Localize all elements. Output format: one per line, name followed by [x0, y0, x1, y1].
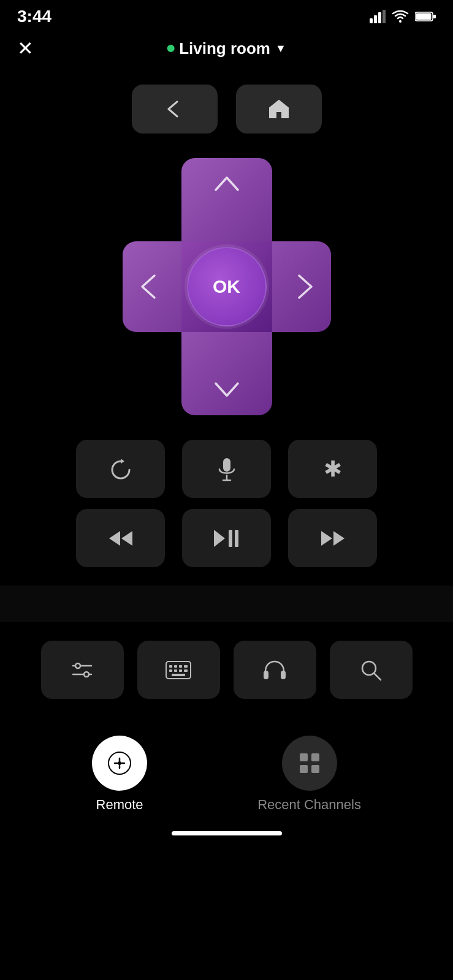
- bottom-section: Remote Recent Channels: [0, 622, 453, 854]
- svg-line-35: [374, 673, 381, 680]
- recent-channels-tab-icon-wrap: [282, 736, 337, 791]
- media-controls: ✱: [0, 434, 453, 586]
- svg-rect-14: [229, 530, 232, 547]
- settings-icon: [70, 660, 94, 680]
- mic-icon: [217, 457, 237, 481]
- search-button[interactable]: [330, 641, 413, 699]
- close-button[interactable]: ✕: [17, 37, 34, 60]
- settings-button[interactable]: [41, 641, 124, 699]
- svg-rect-27: [169, 669, 172, 672]
- svg-rect-42: [300, 753, 308, 761]
- svg-marker-12: [121, 531, 132, 546]
- svg-rect-24: [174, 665, 177, 668]
- svg-marker-13: [214, 530, 225, 547]
- svg-rect-28: [174, 669, 177, 672]
- down-arrow-icon: [213, 381, 240, 398]
- svg-marker-16: [321, 531, 332, 546]
- svg-rect-0: [370, 18, 373, 23]
- status-bar: 3:44: [0, 0, 453, 31]
- nav-buttons: [0, 72, 453, 152]
- utility-buttons: [0, 641, 453, 723]
- dpad: OK: [123, 158, 331, 415]
- svg-point-21: [84, 672, 89, 677]
- tab-recent-channels[interactable]: Recent Channels: [257, 736, 361, 813]
- device-selector[interactable]: Living room ▼: [167, 39, 286, 58]
- keyboard-button[interactable]: [137, 641, 220, 699]
- device-status-dot: [167, 45, 174, 52]
- keyboard-icon: [166, 661, 191, 679]
- replay-button[interactable]: [76, 440, 165, 498]
- home-indicator: [172, 831, 282, 835]
- dpad-container: OK: [0, 152, 453, 434]
- header: ✕ Living room ▼: [0, 31, 453, 72]
- grid-icon: [296, 750, 323, 777]
- search-icon: [360, 659, 382, 681]
- svg-rect-30: [184, 669, 188, 672]
- svg-rect-3: [383, 10, 386, 23]
- remote-tab-label: Remote: [96, 797, 143, 813]
- svg-rect-45: [311, 765, 319, 773]
- svg-rect-31: [172, 674, 185, 676]
- asterisk-button[interactable]: ✱: [288, 440, 377, 498]
- svg-rect-33: [281, 671, 286, 679]
- svg-rect-15: [235, 530, 238, 547]
- svg-rect-7: [433, 15, 436, 18]
- right-arrow-icon: [297, 273, 314, 300]
- chevron-down-icon: ▼: [275, 42, 286, 55]
- home-button[interactable]: [236, 85, 322, 134]
- svg-rect-26: [184, 665, 188, 668]
- status-time: 3:44: [17, 7, 51, 26]
- svg-rect-23: [169, 665, 172, 668]
- media-row-2: [76, 509, 377, 567]
- headphones-button[interactable]: [234, 641, 316, 699]
- fast-forward-button[interactable]: [288, 509, 377, 567]
- wifi-icon: [392, 10, 409, 23]
- svg-point-4: [399, 20, 402, 23]
- svg-rect-2: [378, 12, 381, 23]
- mic-button[interactable]: [182, 440, 271, 498]
- svg-rect-25: [179, 665, 182, 668]
- play-pause-icon: [213, 529, 241, 548]
- up-arrow-icon: [213, 175, 240, 192]
- svg-rect-1: [374, 15, 377, 23]
- svg-rect-29: [179, 669, 182, 672]
- rewind-icon: [108, 529, 134, 548]
- gamepad-icon: [106, 750, 133, 777]
- back-button[interactable]: [132, 85, 218, 134]
- left-arrow-icon: [140, 273, 157, 300]
- tab-bar: Remote Recent Channels: [0, 723, 453, 819]
- svg-marker-11: [109, 531, 120, 546]
- divider-section: [0, 586, 453, 622]
- asterisk-icon: ✱: [324, 456, 342, 482]
- battery-icon: [415, 11, 436, 22]
- play-pause-button[interactable]: [182, 509, 271, 567]
- svg-point-41: [118, 761, 121, 765]
- signal-icon: [370, 10, 386, 23]
- replay-icon: [109, 458, 132, 481]
- back-arrow-icon: [164, 100, 186, 118]
- headphones-icon: [263, 659, 286, 681]
- ok-button[interactable]: OK: [187, 247, 267, 326]
- svg-marker-17: [333, 531, 345, 546]
- svg-rect-8: [223, 458, 230, 472]
- svg-rect-6: [416, 13, 432, 20]
- tab-remote[interactable]: Remote: [92, 736, 147, 813]
- remote-tab-icon-wrap: [92, 736, 147, 791]
- rewind-button[interactable]: [76, 509, 165, 567]
- media-row-1: ✱: [76, 440, 377, 498]
- svg-point-19: [75, 663, 80, 668]
- svg-rect-44: [300, 765, 308, 773]
- device-name: Living room: [179, 39, 270, 58]
- recent-channels-tab-label: Recent Channels: [257, 797, 361, 813]
- fast-forward-icon: [320, 529, 346, 548]
- svg-rect-43: [311, 753, 319, 761]
- status-icons: [370, 10, 436, 23]
- svg-rect-32: [264, 671, 268, 679]
- home-icon: [268, 99, 289, 119]
